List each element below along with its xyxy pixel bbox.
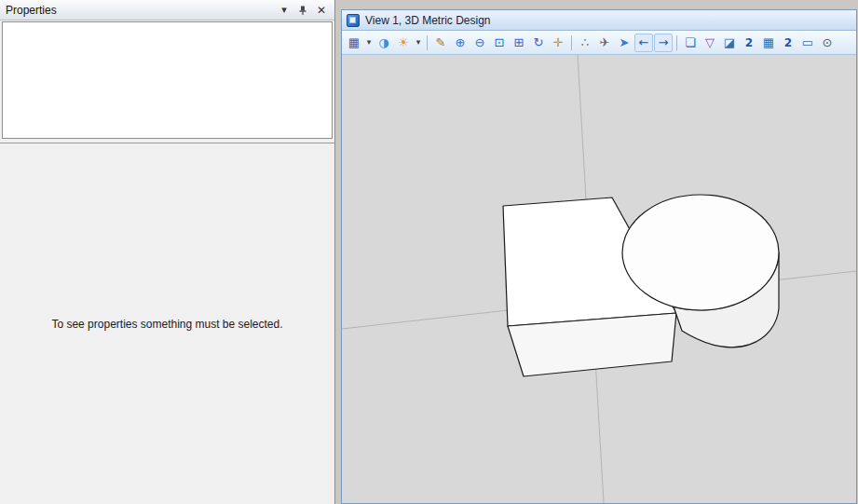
display-style-icon: ◑	[378, 36, 388, 48]
properties-tree-area[interactable]	[2, 21, 333, 139]
rotate-view-button[interactable]: ↻	[529, 34, 548, 52]
view-window: View 1, 3D Metric Design ▦▾◑☀▾✎⊕⊖⊡⊞↻✛∴✈➤…	[341, 9, 857, 504]
properties-detail-area: To see properties something must be sele…	[0, 143, 334, 504]
zoom-out-button[interactable]: ⊖	[470, 34, 489, 52]
brightness-caret-icon: ▾	[416, 38, 421, 47]
view-title: View 1, 3D Metric Design	[365, 14, 491, 27]
view-attributes-icon: ▦	[348, 36, 360, 48]
view-attributes-caret-icon: ▾	[367, 38, 372, 47]
zoom-in-button[interactable]: ⊕	[451, 34, 470, 52]
clip-mask-icon: ◪	[724, 36, 735, 48]
depth-backward-icon: 2	[784, 37, 792, 48]
fly-button[interactable]: ✈	[595, 34, 614, 52]
view-previous-icon: ←	[639, 36, 649, 48]
rotate-view-icon: ↻	[534, 36, 544, 48]
zoom-in-icon: ⊕	[456, 36, 466, 48]
view-dialog-icon: ▭	[802, 36, 813, 48]
display-style-button[interactable]: ◑	[375, 34, 393, 52]
cylinder-top-ellipse[interactable]	[622, 195, 779, 310]
view-window-icon	[347, 14, 360, 27]
panel-menu-caret-icon[interactable]: ▾	[277, 3, 292, 18]
camera-view-icon: ⊙	[823, 36, 833, 48]
depth-forward-icon: 2	[745, 37, 753, 48]
properties-title: Properties	[6, 4, 273, 17]
properties-panel: Properties ▾ ✕ To see properties somethi…	[0, 0, 335, 504]
fit-view-icon: ⊞	[514, 36, 524, 48]
zoom-out-icon: ⊖	[475, 36, 485, 48]
fly-icon: ✈	[600, 36, 610, 48]
depth-backward-button[interactable]: 2	[779, 34, 797, 52]
pan-view-button[interactable]: ✛	[549, 34, 567, 52]
clip-mask-button[interactable]: ◪	[720, 34, 739, 52]
copy-view-icon: ❏	[685, 36, 696, 48]
pan-view-icon: ✛	[553, 36, 564, 48]
properties-empty-message: To see properties something must be sele…	[51, 318, 282, 331]
properties-titlebar[interactable]: Properties ▾ ✕	[0, 0, 334, 20]
toolbar-separator	[676, 35, 677, 50]
toolbar-separator	[427, 35, 428, 50]
clip-volume-button[interactable]: ▽	[701, 34, 719, 52]
update-view-icon: ✎	[436, 36, 446, 48]
toolbar-separator	[571, 35, 572, 50]
view-next-button[interactable]: →	[654, 34, 673, 52]
viewport-scene	[342, 55, 856, 503]
close-icon[interactable]: ✕	[314, 3, 329, 18]
view-titlebar[interactable]: View 1, 3D Metric Design	[342, 10, 856, 31]
pin-icon[interactable]	[295, 3, 310, 18]
depth-forward-button[interactable]: 2	[740, 34, 758, 52]
brightness-caret-button[interactable]: ▾	[414, 34, 423, 52]
view-next-icon: →	[659, 36, 669, 48]
window-area-button[interactable]: ⊡	[490, 34, 509, 52]
view-toolbar: ▦▾◑☀▾✎⊕⊖⊡⊞↻✛∴✈➤←→❏▽◪2▦2▭⊙	[342, 31, 856, 55]
navigate-view-button[interactable]: ➤	[615, 34, 633, 52]
walk-icon: ∴	[581, 36, 589, 48]
view-attributes-button[interactable]: ▦	[345, 34, 363, 52]
update-view-button[interactable]: ✎	[431, 34, 450, 52]
copy-view-button[interactable]: ❏	[681, 34, 700, 52]
adjust-view-brightness-button[interactable]: ☀	[394, 34, 413, 52]
view-attributes-caret-button[interactable]: ▾	[364, 34, 374, 52]
saved-views-icon: ▦	[763, 36, 774, 48]
clip-volume-icon: ▽	[705, 36, 715, 48]
view-previous-button[interactable]: ←	[634, 34, 653, 52]
camera-view-button[interactable]: ⊙	[818, 34, 837, 52]
view-dialog-button[interactable]: ▭	[798, 34, 817, 52]
adjust-view-brightness-icon: ☀	[398, 36, 409, 48]
saved-views-button[interactable]: ▦	[759, 34, 778, 52]
navigate-view-icon: ➤	[620, 36, 630, 48]
walk-button[interactable]: ∴	[576, 34, 594, 52]
fit-view-button[interactable]: ⊞	[510, 34, 528, 52]
viewport[interactable]	[342, 55, 856, 503]
window-area-icon: ⊡	[495, 36, 505, 48]
